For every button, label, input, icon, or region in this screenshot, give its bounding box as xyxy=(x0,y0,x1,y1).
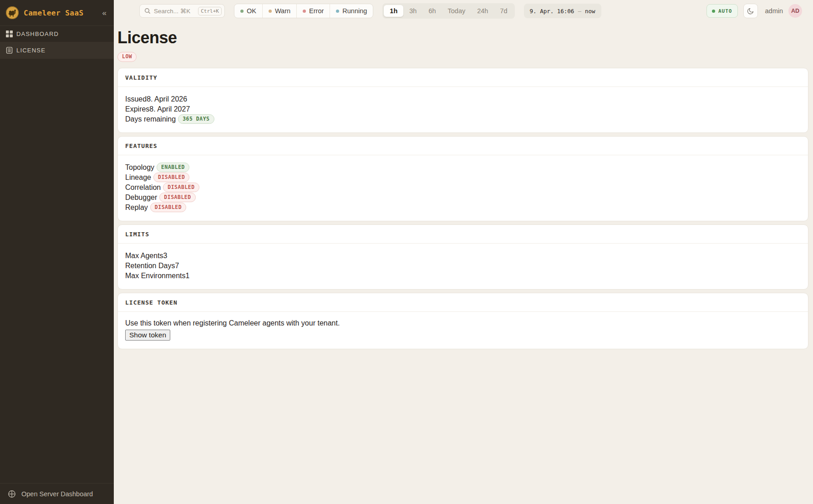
field-label: Lineage xyxy=(125,173,151,182)
sidebar-footer-open-server-dashboard[interactable]: Open Server Dashboard xyxy=(0,483,114,504)
field-row-lineage: LineageDISABLED xyxy=(125,173,801,183)
brand-title: Cameleer SaaS xyxy=(24,9,96,17)
section-validity: VALIDITYIssued8. April 2026Expires8. Apr… xyxy=(117,68,808,133)
status-dot-warn xyxy=(269,10,272,13)
section-body: TopologyENABLEDLineageDISABLEDCorrelatio… xyxy=(118,155,808,221)
status-filter-error[interactable]: Error xyxy=(297,4,330,18)
sidebar-header: Cameleer SaaS « xyxy=(0,0,114,26)
app-root: Cameleer SaaS « DASHBOARDLICENSE Open Se… xyxy=(0,0,813,504)
field-label: Days remaining xyxy=(125,115,176,123)
field-label: Replay xyxy=(125,204,148,212)
moon-icon xyxy=(747,7,754,15)
search-shortcut-keycap: Ctrl+K xyxy=(198,7,222,15)
sidebar-spacer xyxy=(0,59,114,483)
show-token-button[interactable]: Show token xyxy=(125,330,170,341)
field-row-expires: Expires8. April 2027 xyxy=(125,104,801,114)
field-label: Retention Days xyxy=(125,262,175,270)
field-row-max-environments: Max Environments1 xyxy=(125,271,801,281)
field-badge-disabled: DISABLED xyxy=(159,193,195,203)
field-row-correlation: CorrelationDISABLED xyxy=(125,183,801,193)
field-row-max-agents: Max Agents3 xyxy=(125,251,801,261)
topbar-right: AUTO admin AD xyxy=(706,4,802,18)
sidebar: Cameleer SaaS « DASHBOARDLICENSE Open Se… xyxy=(0,0,114,504)
field-label: Correlation xyxy=(125,183,161,192)
section-list: VALIDITYIssued8. April 2026Expires8. Apr… xyxy=(117,68,808,349)
grid-icon xyxy=(6,31,13,37)
time-range-24h[interactable]: 24h xyxy=(471,5,494,17)
section-limits: LIMITSMax Agents3Retention Days7Max Envi… xyxy=(117,224,808,290)
field-row-replay: ReplayDISABLED xyxy=(125,203,801,213)
section-features: FEATURESTopologyENABLEDLineageDISABLEDCo… xyxy=(117,136,808,221)
username-label: admin xyxy=(765,7,783,15)
field-row-topology: TopologyENABLED xyxy=(125,163,801,173)
field-row-debugger: DebuggerDISABLED xyxy=(125,193,801,203)
time-range-group: 1h3h6hToday24h7d xyxy=(382,3,514,19)
section-header: VALIDITY xyxy=(118,68,808,87)
status-filter-ok[interactable]: OK xyxy=(234,4,263,18)
section-body: Use this token when registering Cameleer… xyxy=(118,312,808,349)
status-dot-error xyxy=(303,10,306,13)
field-row-issued: Issued8. April 2026 xyxy=(125,94,801,104)
section-header: LIMITS xyxy=(118,225,808,244)
field-badge-enabled: ENABLED xyxy=(157,163,189,173)
status-filter-label: OK xyxy=(247,7,256,15)
status-filter-label: Running xyxy=(342,7,367,15)
field-badge-disabled: DISABLED xyxy=(153,173,189,183)
section-header: FEATURES xyxy=(118,137,808,155)
document-icon xyxy=(6,47,13,54)
field-value: 7 xyxy=(175,262,179,270)
auto-refresh-toggle[interactable]: AUTO xyxy=(706,4,738,18)
field-row-days-remaining: Days remaining365 DAYS xyxy=(125,114,801,124)
search-box[interactable]: Ctrl+K xyxy=(139,4,225,18)
field-label: Debugger xyxy=(125,193,157,202)
page-title: License xyxy=(117,28,808,47)
date-range-separator: — xyxy=(578,8,581,15)
section-license-token: LICENSE TOKENUse this token when registe… xyxy=(117,293,808,349)
time-range-1h[interactable]: 1h xyxy=(384,5,403,17)
user-avatar[interactable]: AD xyxy=(788,4,802,18)
search-input[interactable] xyxy=(154,8,195,15)
page-content: License LOW VALIDITYIssued8. April 2026E… xyxy=(114,22,813,352)
field-badge-disabled: DISABLED xyxy=(150,203,186,213)
auto-label: AUTO xyxy=(718,8,732,14)
field-badge-disabled: DISABLED xyxy=(163,183,199,193)
date-range-display[interactable]: 9. Apr. 16:06 — now xyxy=(524,4,601,18)
main-area: Ctrl+K OKWarnErrorRunning 1h3h6hToday24h… xyxy=(114,0,813,504)
field-label: Max Environments xyxy=(125,272,186,280)
status-dot-ok xyxy=(240,10,244,13)
time-range-today[interactable]: Today xyxy=(442,5,472,17)
field-row-retention-days: Retention Days7 xyxy=(125,261,801,271)
date-range-to: now xyxy=(585,8,595,15)
sidebar-item-license[interactable]: LICENSE xyxy=(0,42,114,59)
status-dot-running xyxy=(336,10,339,13)
field-value: 8. April 2026 xyxy=(147,95,187,103)
field-badge-365-days: 365 DAYS xyxy=(178,114,214,124)
date-range-from: 9. Apr. 16:06 xyxy=(530,8,574,15)
status-filter-warn[interactable]: Warn xyxy=(263,4,297,18)
time-range-7d[interactable]: 7d xyxy=(494,5,513,17)
sidebar-item-dashboard[interactable]: DASHBOARD xyxy=(0,26,114,42)
field-value: 1 xyxy=(186,272,190,280)
status-filter-label: Error xyxy=(309,7,324,15)
topbar: Ctrl+K OKWarnErrorRunning 1h3h6hToday24h… xyxy=(114,0,813,22)
status-filter-group: OKWarnErrorRunning xyxy=(234,4,373,18)
field-label: Expires xyxy=(125,105,149,113)
sidebar-footer-label: Open Server Dashboard xyxy=(21,490,93,498)
field-value: 3 xyxy=(163,252,168,260)
field-label: Issued xyxy=(125,95,147,103)
sidebar-item-label: DASHBOARD xyxy=(16,31,59,37)
auto-status-dot xyxy=(712,10,715,13)
time-range-3h[interactable]: 3h xyxy=(403,5,422,17)
field-value: 8. April 2027 xyxy=(149,105,190,113)
brand-logo-camel-icon xyxy=(5,6,19,20)
globe-icon xyxy=(8,490,16,498)
search-icon xyxy=(144,8,151,14)
token-description: Use this token when registering Cameleer… xyxy=(125,319,801,327)
sidebar-collapse-button[interactable]: « xyxy=(101,8,108,18)
status-filter-running[interactable]: Running xyxy=(330,4,373,18)
field-label: Max Agents xyxy=(125,252,163,260)
dark-mode-toggle-button[interactable] xyxy=(743,4,758,18)
time-range-6h[interactable]: 6h xyxy=(422,5,442,17)
sidebar-item-label: LICENSE xyxy=(16,47,46,54)
section-body: Max Agents3Retention Days7Max Environmen… xyxy=(118,244,808,289)
